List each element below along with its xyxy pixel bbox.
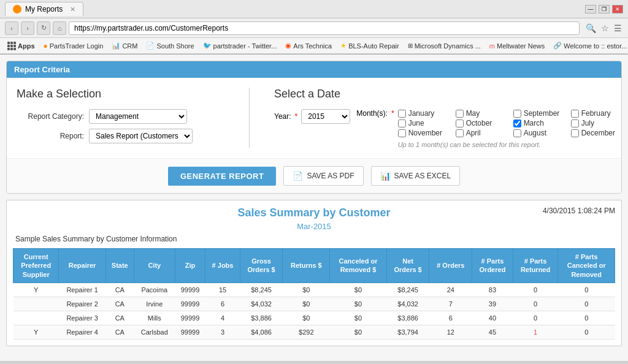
reload-button[interactable]: ↻ [37,21,50,35]
cell-jobs: 15 [205,282,240,297]
restore-button[interactable]: ❐ [599,5,610,13]
report-criteria-header: Report Criteria [7,61,621,78]
report-subtitle: Mar-2015 [13,222,615,231]
bookmark-ms[interactable]: ⊞ Microsoft Dynamics ... [405,42,483,50]
cell-repairer: Repairer 1 [59,282,105,297]
checkbox-april[interactable] [456,129,464,137]
checkbox-july[interactable] [571,119,579,127]
window-controls: — ❐ ✕ [585,5,623,13]
bookmark-estor[interactable]: 🔗 Welcome to :: estor... [551,41,628,50]
cell-parts-ordered: 45 [472,325,513,339]
cell-jobs: 6 [205,297,240,311]
apps-bookmark[interactable]: Apps [5,41,37,51]
col-net: NetOrders $ [386,249,429,283]
checkbox-september[interactable] [513,110,521,118]
report-select[interactable]: Sales Report (Customers [89,129,193,143]
address-bar[interactable] [69,21,580,35]
col-parts-ordered: # PartsOrdered [472,249,513,283]
checkbox-may[interactable] [456,110,464,118]
checkbox-january[interactable] [398,110,406,118]
checkbox-june[interactable] [398,119,406,127]
bookmark-meltwater[interactable]: m Meltwater News [487,42,547,50]
cell-net: $3,794 [386,325,429,339]
checkbox-february[interactable] [571,110,579,118]
cell-gross: $4,032 [240,297,283,311]
minimize-button[interactable]: — [585,5,596,13]
bookmark-partstrader-twitter[interactable]: 🐦 partstrader - Twitter... [201,41,280,50]
cell-canceled: $0 [330,325,387,339]
checkbox-august[interactable] [513,129,521,137]
menu-icon[interactable]: ☰ [613,23,623,33]
cell-parts-canceled: 0 [558,325,615,339]
month-february: February [571,109,622,118]
cell-city: Mills [134,311,175,325]
search-icon[interactable]: 🔍 [584,23,597,33]
cell-city: Pacoima [134,282,175,297]
report-criteria-box: Report Criteria Make a Selection Report … [6,61,622,194]
cell-orders: 12 [429,325,472,339]
cell-returns: $0 [283,297,330,311]
checkbox-october[interactable] [456,119,464,127]
col-state: State [105,249,134,283]
months-grid: January May September [398,109,622,137]
cell-parts-ordered: 39 [472,297,513,311]
back-button[interactable]: ‹ [5,21,18,35]
bookmark-southshore[interactable]: 📄 South Shore [144,41,196,50]
col-repairer: Repairer [59,249,105,283]
cell-canceled: $0 [330,311,387,325]
cell-canceled: $0 [330,282,387,297]
report-category-select[interactable]: Management [89,109,187,124]
browser-tab[interactable]: My Reports ✕ [5,2,83,16]
bookmark-bls[interactable]: ★ BLS-Auto Repair [338,41,402,50]
cell-preferred [13,297,59,311]
year-label: Year: [274,112,291,121]
cell-parts-ordered: 40 [472,311,513,325]
col-zip: Zip [175,249,205,283]
cell-parts-ordered: 83 [472,282,513,297]
col-canceled: Canceled orRemoved $ [330,249,387,283]
make-selection-title: Make a Selection [17,88,237,100]
months-label: Month(s): [356,109,388,118]
star-icon[interactable]: ☆ [600,23,610,33]
save-as-pdf-button[interactable]: 📄 SAVE AS PDF [283,166,363,186]
ars-icon: ◉ [285,42,291,50]
generate-report-button[interactable]: GENERATE REPORT [168,167,277,186]
col-parts-canceled: # PartsCanceled orRemoved [558,249,615,283]
col-gross: GrossOrders $ [240,249,283,283]
ms-icon: ⊞ [408,42,413,49]
month-august: August [513,129,569,137]
cell-repairer: Repairer 2 [59,297,105,311]
cell-orders: 6 [429,311,472,325]
month-june: June [398,119,453,127]
close-button[interactable]: ✕ [612,5,623,13]
year-section: Year: * 2015 [274,109,350,124]
cell-state: CA [105,325,134,339]
year-select[interactable]: 2015 [301,109,350,124]
cell-net: $8,245 [386,282,429,297]
home-button[interactable]: ⌂ [53,21,66,35]
bookmark-ars[interactable]: ◉ Ars Technica [283,41,334,50]
checkbox-march[interactable] [513,119,521,127]
summary-table: CurrentPreferredSupplier Repairer State … [13,248,615,339]
cell-net: $4,032 [386,297,429,311]
table-row: Repairer 3 CA Mills 99999 4 $3,886 $0 $0… [13,311,615,325]
report-criteria-body: Make a Selection Report Category: Manage… [7,78,621,158]
cell-parts-returned: 1 [513,325,558,339]
date-row: Year: * 2015 Month(s): * [274,109,622,148]
checkbox-december[interactable] [571,129,579,137]
apps-grid-icon [7,42,16,50]
table-row: Y Repairer 4 CA Carlsbad 99999 3 $4,086 … [13,325,615,339]
tab-close-button[interactable]: ✕ [70,6,75,13]
forward-button[interactable]: › [21,21,34,35]
bookmark-partstrader[interactable]: ● PartsTrader Login [41,41,106,51]
bookmark-crm[interactable]: 📊 CRM [109,41,140,50]
cell-orders: 24 [429,282,472,297]
cell-jobs: 3 [205,325,240,339]
month-may: May [456,109,511,118]
link-icon: 🔗 [553,42,562,50]
star-bookmark-icon: ★ [340,42,347,50]
apps-label: Apps [18,42,35,50]
checkbox-november[interactable] [398,129,406,137]
cell-preferred: Y [13,282,59,297]
save-as-excel-button[interactable]: 📊 SAVE AS EXCEL [371,166,461,186]
